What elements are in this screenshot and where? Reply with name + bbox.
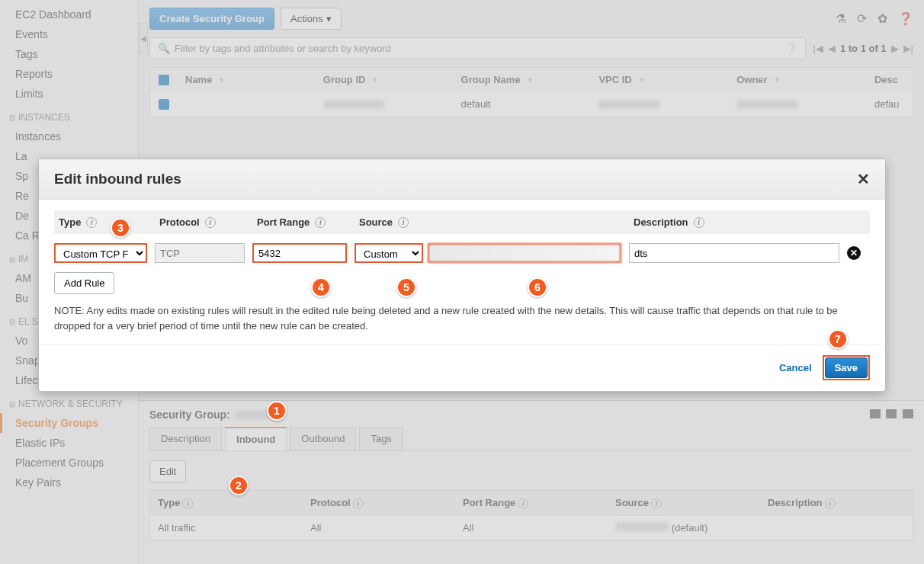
col-desc-label: Description <box>634 216 688 228</box>
info-icon[interactable]: i <box>315 217 326 228</box>
modal-body: Typei Protocoli Port Rangei Sourcei Desc… <box>39 200 885 344</box>
modal-title: Edit inbound rules <box>54 171 181 187</box>
rule-type-select[interactable]: Custom TCP F <box>54 243 147 263</box>
info-icon[interactable]: i <box>205 217 216 228</box>
rule-protocol-input <box>155 243 245 263</box>
col-source-label: Source <box>359 216 393 228</box>
rule-source-value-input[interactable] <box>428 243 621 263</box>
cancel-button[interactable]: Cancel <box>779 362 812 373</box>
col-type-label: Type <box>59 216 81 228</box>
info-icon[interactable]: i <box>398 217 409 228</box>
col-port-label: Port Range <box>257 216 310 228</box>
col-protocol-label: Protocol <box>159 216 200 228</box>
modal-footer: Cancel Save <box>39 344 885 391</box>
save-button[interactable]: Save <box>825 357 868 378</box>
rule-source-type-select[interactable]: Custom <box>355 243 423 263</box>
rule-port-input[interactable] <box>252 243 347 263</box>
close-icon[interactable]: ✕ <box>857 170 870 188</box>
rule-row: Custom TCP F Custom <box>54 243 870 263</box>
rule-description-input[interactable] <box>629 243 839 263</box>
delete-rule-icon[interactable]: ✕ <box>847 246 861 260</box>
modal-header: Edit inbound rules ✕ <box>39 159 885 200</box>
modal-note: NOTE: Any edits made on existing rules w… <box>54 303 870 333</box>
info-icon[interactable]: i <box>694 217 704 228</box>
add-rule-button[interactable]: Add Rule <box>54 272 114 294</box>
info-icon[interactable]: i <box>86 217 97 228</box>
modal-overlay: Edit inbound rules ✕ Typei Protocoli Por… <box>0 0 924 564</box>
rule-header: Typei Protocoli Port Rangei Sourcei Desc… <box>54 210 870 234</box>
edit-inbound-rules-modal: Edit inbound rules ✕ Typei Protocoli Por… <box>38 159 886 392</box>
